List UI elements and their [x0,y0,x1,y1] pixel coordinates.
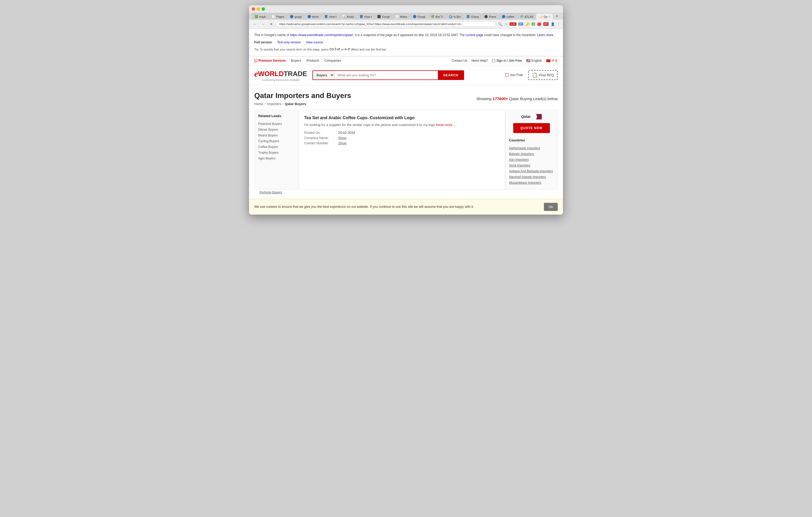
english-label: English [531,59,542,62]
tab-close-icon[interactable]: ✕ [549,15,551,18]
cookie-ok-button[interactable]: Ok [544,203,558,211]
view-source-link[interactable]: View source [306,40,323,45]
country-antigua[interactable]: Antigua And Barbuda Importers [509,168,554,174]
tab-googl2[interactable]: ⬛ Googl [374,13,392,20]
tab-label: Qa [544,15,548,18]
contact-link[interactable]: Contact Us [452,59,467,62]
tab-adwo[interactable]: 📄 Adwo [393,13,409,20]
cn-flag-icon: 🇨🇳 [546,59,550,63]
tab-google[interactable]: 🔵 googl [287,13,304,20]
signin-link[interactable]: Sign In / Join Free [492,59,522,62]
tab-label: Going [471,15,479,18]
ext-badge-blue[interactable]: 37 [519,23,523,26]
ext-badge-red[interactable]: 2.0h [510,23,516,26]
logo: e WORLDTRADE [254,69,307,79]
tab-icon: 📘 [360,15,364,18]
companies-nav-link[interactable]: Companies [324,59,341,62]
posted-on-label: Posted On: [304,131,336,134]
tab-going[interactable]: 📘 Going [464,13,481,20]
extension2-icon[interactable]: 🔴 [537,22,541,26]
logo-world-text: WORLD [258,70,284,78]
signin-checkbox-icon [492,59,495,62]
cookie-text: We use cookies to ensure that we give yo… [254,205,474,209]
show-more-link[interactable]: show more ... [436,123,456,127]
ext-badge-green[interactable]: 4 [531,23,535,26]
tab-isbin[interactable]: 🌍 Is Bin [446,13,463,20]
svg-line-4 [536,116,537,117]
current-page-link[interactable]: current page [466,33,483,37]
premium-services-link[interactable]: e Premium Services [254,59,286,62]
english-lang-selector[interactable]: 🇺🇸 English [526,59,542,63]
need-help-link[interactable]: Need Help? [471,59,488,62]
breadcrumb-home[interactable]: Home [254,102,263,106]
sidebar-item-polarized[interactable]: Polarized Buyers [258,121,295,127]
close-nav-button[interactable]: ✕ [268,22,274,27]
sidebar-item-beans[interactable]: Beans Buyers [258,132,295,138]
sidebar-item-coffee[interactable]: Coffee Buyers [258,144,295,150]
forward-button[interactable]: → [260,22,266,27]
close-button[interactable] [252,7,255,11]
maximize-button[interactable] [262,7,265,11]
premium-icon: e [254,59,257,62]
search-category-select[interactable]: Buyers [313,71,334,80]
tab-pages[interactable]: 📄 Pages [269,13,287,20]
sidebar-item-cycling[interactable]: Cycling Buyers [258,138,295,144]
logo-trade-text: TRADE [284,70,307,78]
tab-block[interactable]: 🔵 block [304,13,321,20]
quote-now-button[interactable]: QUOTE NOW [513,123,550,133]
tab-label: Is Bin [454,15,461,18]
tab-how2[interactable]: 📘 How t [357,13,374,20]
svg-marker-1 [536,114,542,119]
menu-icon[interactable]: ⋮ [557,22,560,26]
tab-bot[interactable]: 🌿 Bot Tr [428,13,445,20]
website-content: This is Google's cache of https://www.ew… [249,29,563,215]
breadcrumb-importers[interactable]: Importers [267,102,281,106]
country-syria[interactable]: Syria Importers [509,162,554,168]
tab-prere[interactable]: ⚫ Prere [481,13,498,20]
extension-icon[interactable]: 🔑 [525,22,529,26]
post-rfq-label: Post RFQ [539,73,554,77]
sidebar-item-trophy[interactable]: Trophy Buyers [258,150,295,155]
address-input[interactable] [276,21,496,27]
cache-url-link[interactable]: https://www.eworldtrade.com/importers/qa… [290,33,353,37]
perfume-buyers-link[interactable]: Perfume Buyers [260,189,552,195]
tab-coffee[interactable]: 🔵 coffee [499,13,516,20]
learn-more-link[interactable]: Learn more. [537,33,554,37]
search-button[interactable]: SEARCH [438,71,464,80]
tab-how1[interactable]: 📘 How t [321,13,339,20]
tab-label: Prere [489,15,496,18]
buyers-nav-link[interactable]: Buyers [291,59,301,62]
search-icon[interactable]: 🔍 [498,22,502,26]
lead-company-row: Company Name: Show [304,136,500,140]
products-nav-link[interactable]: Products [306,59,319,62]
qatar-flag-icon [533,114,542,119]
showing-prefix: Showing [476,96,493,101]
country-iran[interactable]: Iran Importers [509,157,554,162]
tab-qa[interactable]: 🌙 Qa ✕ [536,13,553,20]
join-free-button[interactable]: Join Free [505,73,523,77]
tab-analy[interactable]: 📊 Analy [339,13,356,20]
contact-show-link[interactable]: Show [338,142,346,145]
star-icon[interactable]: ☆ [504,22,508,26]
text-only-version-link[interactable]: Text-only version [277,40,300,45]
profile-icon[interactable]: 👤 [551,22,555,26]
top-nav-left: e Premium Services Buyers Products Compa… [254,59,341,62]
tab-icon: 📄 [271,15,275,18]
back-button[interactable]: ← [252,22,258,27]
new-tab-button[interactable]: + [554,13,560,20]
country-bahrain[interactable]: Bahrain Importers [509,151,554,157]
tab-atlas[interactable]: 🗺️ ATLAS [517,13,535,20]
country-marshall[interactable]: Marshall Islands Importers [509,174,554,180]
chinese-lang-selector[interactable]: 🇨🇳 中文 [546,59,558,63]
tab-googl3[interactable]: 🔵 Googl [410,13,428,20]
search-input[interactable] [334,71,438,80]
post-rfq-button[interactable]: 📋 Post RFQ [528,70,558,80]
tab-hayk[interactable]: 🟩 Hayk [252,13,268,20]
version-links: Full version Text-only version View sour… [254,40,558,45]
sidebar-item-dinner[interactable]: Dinner Buyers [258,127,295,132]
country-netherlands[interactable]: Netherlands Importers [509,145,554,151]
company-show-link[interactable]: Show [338,136,346,140]
sidebar-item-agro[interactable]: Agro Buyers [258,155,295,161]
country-mozambique[interactable]: Mozambique Importers [509,180,554,186]
minimize-button[interactable] [257,7,260,11]
